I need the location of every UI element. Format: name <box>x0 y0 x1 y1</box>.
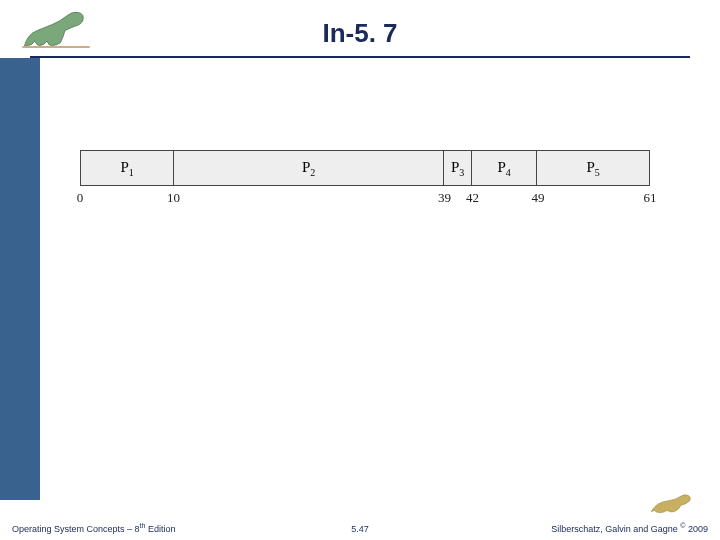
gantt-ticks: 0 10 39 42 49 61 <box>80 190 650 208</box>
gantt-seg-p1: P1 <box>81 151 174 185</box>
seg-label: P1 <box>120 159 133 178</box>
gantt-seg-p3: P3 <box>444 151 472 185</box>
gantt-seg-p5: P5 <box>537 151 649 185</box>
tick-61: 61 <box>644 190 657 206</box>
tick-10: 10 <box>167 190 180 206</box>
seg-label: P4 <box>497 159 510 178</box>
left-sidebar <box>0 58 40 500</box>
seg-label: P2 <box>302 159 315 178</box>
slide: In-5. 7 P1 P2 P3 P4 P5 0 10 39 42 <box>0 0 720 540</box>
seg-label: P5 <box>586 159 599 178</box>
gantt-chart: P1 P2 P3 P4 P5 0 10 39 42 49 61 <box>80 150 650 208</box>
footer-page-number: 5.47 <box>351 524 369 534</box>
tick-39: 39 <box>438 190 451 206</box>
tick-49: 49 <box>531 190 544 206</box>
gantt-bar: P1 P2 P3 P4 P5 <box>80 150 650 186</box>
slide-footer: Operating System Concepts – 8th Edition … <box>0 518 720 536</box>
gantt-seg-p2: P2 <box>174 151 444 185</box>
slide-title: In-5. 7 <box>0 18 720 49</box>
footer-right: Silberschatz, Galvin and Gagne © 2009 <box>551 522 708 534</box>
seg-label: P3 <box>451 159 464 178</box>
title-underline <box>30 56 690 58</box>
dinosaur-small-icon <box>645 486 700 518</box>
gantt-seg-p4: P4 <box>472 151 537 185</box>
tick-0: 0 <box>77 190 84 206</box>
footer-left: Operating System Concepts – 8th Edition <box>12 522 175 534</box>
tick-42: 42 <box>466 190 479 206</box>
